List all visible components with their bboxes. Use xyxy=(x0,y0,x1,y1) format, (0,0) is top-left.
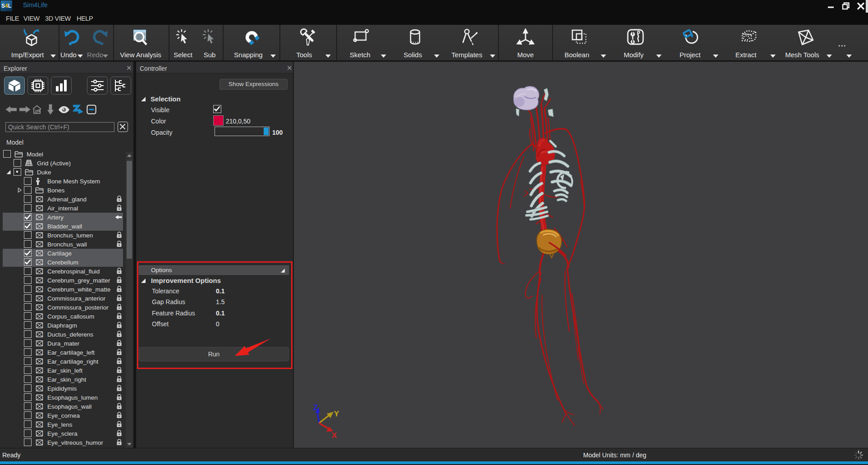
svg-text:Z: Z xyxy=(313,403,318,412)
svg-text:X: X xyxy=(332,431,337,440)
svg-text:Y: Y xyxy=(334,410,339,418)
